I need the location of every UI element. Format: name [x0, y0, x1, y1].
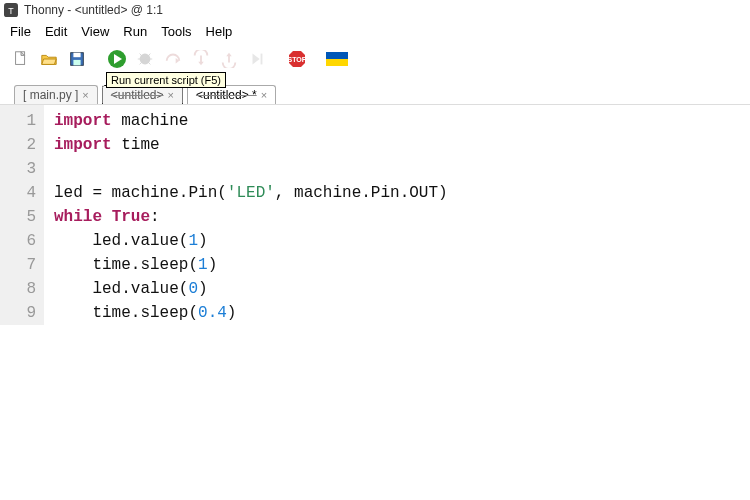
title-bar: T Thonny - <untitled> @ 1:1: [0, 0, 750, 20]
svg-marker-18: [253, 54, 260, 65]
line-number: 7: [0, 253, 36, 277]
svg-marker-15: [198, 62, 203, 66]
code-line[interactable]: led = machine.Pin('LED', machine.Pin.OUT…: [54, 181, 448, 205]
code-editor[interactable]: 123456789 import machineimport timeled =…: [0, 104, 750, 325]
resume-icon: [248, 50, 266, 68]
bug-icon: [136, 50, 154, 68]
step-out-icon: [220, 50, 238, 68]
code-line[interactable]: import machine: [54, 109, 448, 133]
step-over-button[interactable]: [162, 48, 184, 70]
menu-help[interactable]: Help: [200, 22, 239, 40]
line-number: 3: [0, 157, 36, 181]
line-number: 8: [0, 277, 36, 301]
line-number: 5: [0, 205, 36, 229]
run-tooltip: Run current script (F5): [106, 72, 226, 88]
svg-text:T: T: [8, 6, 14, 16]
close-icon[interactable]: ×: [261, 89, 267, 101]
close-icon[interactable]: ×: [168, 89, 174, 101]
step-over-icon: [164, 50, 182, 68]
menu-edit[interactable]: Edit: [39, 22, 73, 40]
stop-button[interactable]: STOP: [286, 48, 308, 70]
code-line[interactable]: [54, 157, 448, 181]
tab-0[interactable]: [ main.py ]×: [14, 85, 98, 104]
app-logo-icon: T: [4, 3, 18, 17]
open-file-button[interactable]: [38, 48, 60, 70]
line-number: 9: [0, 301, 36, 325]
stop-icon: STOP: [287, 49, 307, 69]
close-icon[interactable]: ×: [82, 89, 88, 101]
menu-bar: File Edit View Run Tools Help: [0, 20, 750, 42]
folder-open-icon: [40, 50, 58, 68]
code-line[interactable]: import time: [54, 133, 448, 157]
step-into-icon: [192, 50, 210, 68]
menu-tools[interactable]: Tools: [155, 22, 197, 40]
menu-run[interactable]: Run: [117, 22, 153, 40]
toolbar: Run current script (F5) STOP: [0, 42, 750, 80]
menu-view[interactable]: View: [75, 22, 115, 40]
run-button[interactable]: Run current script (F5): [106, 48, 128, 70]
code-line[interactable]: led.value(1): [54, 229, 448, 253]
svg-rect-19: [261, 54, 263, 65]
window-title: Thonny - <untitled> @ 1:1: [24, 3, 163, 17]
tab-label: <untitled>: [111, 88, 164, 102]
play-icon: [107, 49, 127, 69]
save-icon: [68, 50, 86, 68]
resume-button[interactable]: [246, 48, 268, 70]
tab-label: <untitled> *: [196, 88, 257, 102]
line-number: 1: [0, 109, 36, 133]
svg-marker-17: [226, 53, 231, 57]
code-line[interactable]: led.value(0): [54, 277, 448, 301]
tab-label: [ main.py ]: [23, 88, 78, 102]
code-area[interactable]: import machineimport timeled = machine.P…: [44, 105, 448, 325]
step-out-button[interactable]: [218, 48, 240, 70]
code-line[interactable]: time.sleep(0.4): [54, 301, 448, 325]
svg-text:STOP: STOP: [288, 56, 307, 63]
menu-file[interactable]: File: [4, 22, 37, 40]
svg-rect-5: [73, 53, 80, 58]
svg-rect-6: [73, 60, 80, 65]
debug-button[interactable]: [134, 48, 156, 70]
save-button[interactable]: [66, 48, 88, 70]
code-line[interactable]: time.sleep(1): [54, 253, 448, 277]
support-ukraine-button[interactable]: [326, 48, 348, 70]
step-into-button[interactable]: [190, 48, 212, 70]
code-line[interactable]: while True:: [54, 205, 448, 229]
line-number: 4: [0, 181, 36, 205]
line-number: 2: [0, 133, 36, 157]
line-gutter: 123456789: [0, 105, 44, 325]
new-file-button[interactable]: [10, 48, 32, 70]
line-number: 6: [0, 229, 36, 253]
ukraine-flag-icon: [326, 52, 348, 66]
file-icon: [12, 50, 30, 68]
